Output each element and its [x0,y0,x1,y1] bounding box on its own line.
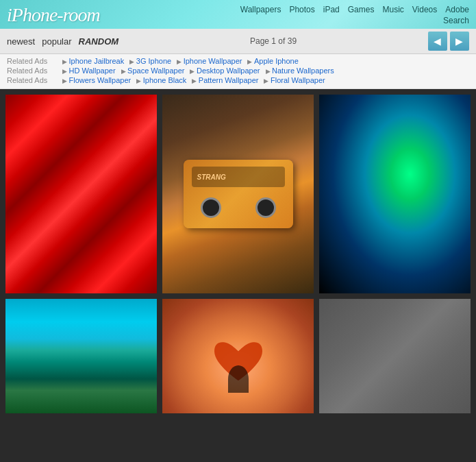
related-ads-section: Related Ads Iphone Jailbreak 3G Iphone I… [0,54,476,89]
ads-links-1: Iphone Jailbreak 3G Iphone Iphone Wallpa… [62,57,299,65]
ad-pattern-wallpaper[interactable]: Pattern Wallpaper [192,76,258,84]
ads-label-3: Related Ads [7,76,58,84]
thumb-cassette[interactable]: STRANG [162,95,314,293]
ads-row-2: Related Ads HD Wallpaper Space Wallpaper… [7,66,469,75]
ads-links-3: Flowers Wallpaper Iphone Black Pattern W… [62,76,325,84]
ad-floral-wallpaper[interactable]: Floral Wallpaper [264,76,325,84]
heart-graphic [211,338,266,386]
random-link[interactable]: RANDOM [79,36,119,47]
ad-hd-wallpaper[interactable]: HD Wallpaper [62,66,116,75]
nav-games[interactable]: Games [348,5,375,14]
ad-iphone-wallpaper[interactable]: Iphone Wallpaper [177,57,242,65]
search-link[interactable]: Search [443,16,469,25]
gallery-row-2 [5,299,471,413]
ads-links-2: HD Wallpaper Space Wallpaper Desktop Wal… [62,66,334,75]
thumb-island[interactable] [5,299,157,413]
toolbar-right: ◀ ▶ [428,32,469,51]
ad-iphone-black[interactable]: Iphone Black [136,76,186,84]
next-button[interactable]: ▶ [450,32,469,51]
nav-wallpapers[interactable]: Wallpapers [240,5,281,14]
ad-nature-wallpapers[interactable]: Nature Wallpapers [266,66,334,75]
toolbar-left: newest popular RANDOM [7,36,118,47]
cassette-label: STRANG [197,173,226,181]
cassette-graphic: STRANG [184,160,293,228]
nav-music[interactable]: Music [382,5,403,14]
prev-button[interactable]: ◀ [428,32,447,51]
ads-row-1: Related Ads Iphone Jailbreak 3G Iphone I… [7,57,469,65]
nav-adobe[interactable]: Adobe [445,5,469,14]
cassette-reel-right [255,197,276,218]
ads-row-3: Related Ads Flowers Wallpaper Iphone Bla… [7,76,469,84]
thumb-gray[interactable] [319,299,471,413]
nav-ipad[interactable]: iPad [323,5,340,14]
site-logo[interactable]: iPhone-room [7,4,100,26]
ad-apple-iphone[interactable]: Apple Iphone [247,57,298,65]
ads-label-1: Related Ads [7,57,58,65]
pagination-info: Page 1 of 39 [250,36,297,46]
gallery-row-1: STRANG [5,95,471,293]
ad-space-wallpaper[interactable]: Space Wallpaper [121,66,185,75]
nav-links: Wallpapers Photos iPad Games Music Video… [240,5,469,14]
popular-link[interactable]: popular [42,36,71,47]
nav-photos[interactable]: Photos [289,5,314,14]
silhouette [228,365,249,393]
thumb-aurora[interactable] [319,95,471,293]
header-nav: Wallpapers Photos iPad Games Music Video… [240,5,469,25]
ad-desktop-wallpaper[interactable]: Desktop Wallpaper [190,66,260,75]
ad-iphone-jailbreak[interactable]: Iphone Jailbreak [62,57,124,65]
thumb-heart[interactable] [162,299,314,413]
nav-videos[interactable]: Videos [412,5,437,14]
ad-3g-iphone[interactable]: 3G Iphone [129,57,171,65]
ads-label-2: Related Ads [7,66,58,75]
header: iPhone-room Wallpapers Photos iPad Games… [0,0,476,29]
cassette-reel-left [201,197,221,218]
thumb-red-stripes[interactable] [5,95,157,293]
toolbar: newest popular RANDOM Page 1 of 39 ◀ ▶ [0,29,476,54]
gallery: STRANG [0,89,476,419]
ad-flowers-wallpaper[interactable]: Flowers Wallpaper [62,76,131,84]
newest-link[interactable]: newest [7,36,35,47]
